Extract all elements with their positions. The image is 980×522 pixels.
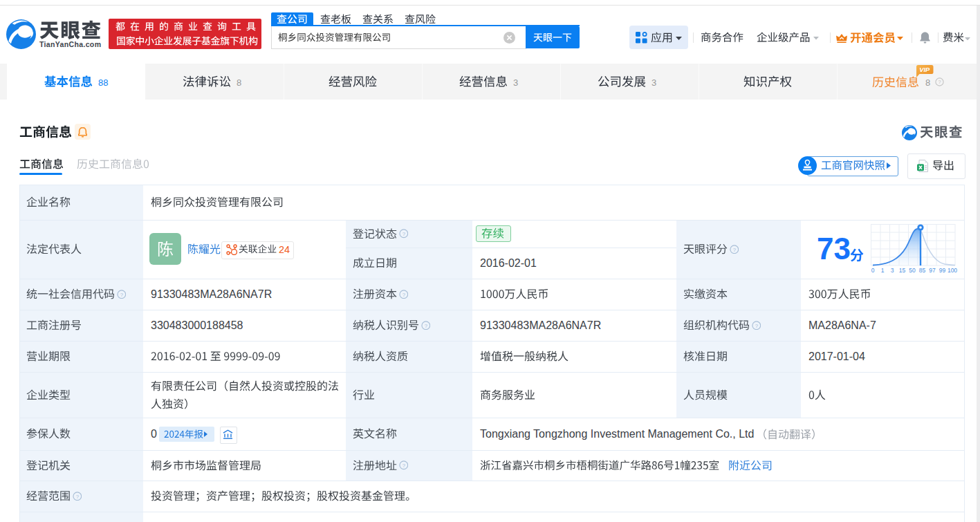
svg-text:0: 0 <box>871 267 875 274</box>
svg-text:?: ? <box>732 246 736 252</box>
svg-text:VIP: VIP <box>919 66 930 73</box>
svg-text:?: ? <box>120 291 123 297</box>
svg-text:15: 15 <box>899 267 906 274</box>
svg-text:?: ? <box>755 322 758 328</box>
svg-text:99: 99 <box>939 267 946 274</box>
svg-text:?: ? <box>402 291 405 297</box>
svg-text:1: 1 <box>881 267 885 274</box>
svg-text:3: 3 <box>891 267 894 274</box>
svg-text:100: 100 <box>947 267 957 274</box>
svg-text:50: 50 <box>909 267 916 274</box>
svg-text:?: ? <box>424 322 427 328</box>
svg-text:?: ? <box>402 463 405 469</box>
svg-text:97: 97 <box>929 267 936 274</box>
svg-text:?: ? <box>75 493 79 499</box>
svg-text:85: 85 <box>919 267 926 274</box>
svg-text:?: ? <box>938 79 941 85</box>
svg-text:?: ? <box>402 231 405 237</box>
